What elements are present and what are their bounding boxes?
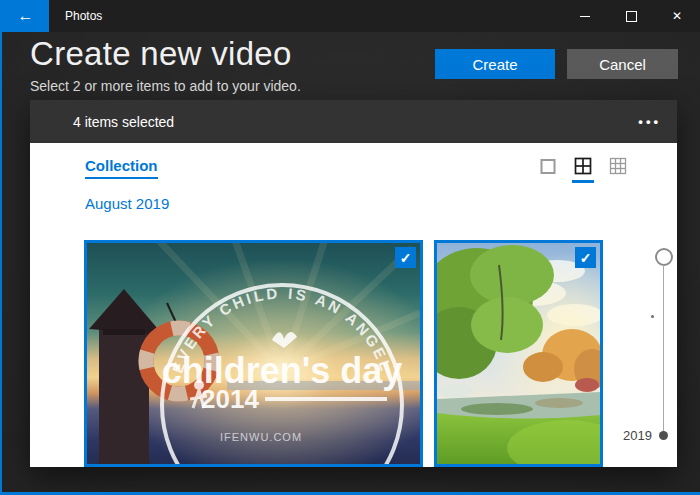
medium-grid-icon — [574, 157, 592, 175]
back-icon: ← — [18, 7, 34, 25]
check-icon: ✓ — [580, 250, 592, 266]
timeline-year-dot — [659, 431, 668, 440]
view-single-button[interactable] — [539, 157, 557, 175]
tab-collection[interactable]: Collection — [85, 157, 158, 179]
small-grid-icon — [609, 157, 627, 175]
page-title: Create new video — [30, 36, 292, 72]
selection-status: 4 items selected — [73, 114, 174, 130]
photos-window: ← Photos ✕ Create new video Select 2 or … — [0, 0, 700, 495]
titlebar: ← Photos ✕ — [2, 0, 700, 32]
beach-sunset-image: EVERY CHILD IS AN ANGEL children's day 2… — [87, 243, 420, 467]
photo-1-checkbox[interactable]: ✓ — [395, 247, 416, 268]
app-title: Photos — [65, 9, 102, 23]
view-small-grid-button[interactable] — [609, 157, 627, 175]
view-toggles — [539, 157, 627, 183]
more-icon: ••• — [638, 114, 661, 129]
close-icon: ✕ — [672, 9, 682, 23]
see-more-button[interactable]: ••• — [636, 110, 663, 133]
photo-2-checkbox[interactable]: ✓ — [575, 247, 596, 268]
dialog-content: Collection — [30, 143, 677, 467]
single-tile-icon — [539, 157, 557, 175]
photo-spring-park-pond[interactable]: ✓ — [434, 240, 603, 467]
stamp-site: IFENWU.COM — [220, 431, 302, 443]
maximize-button[interactable] — [608, 0, 654, 32]
maximize-icon — [626, 11, 637, 22]
timeline-month-dot — [651, 315, 654, 318]
view-medium-grid-button[interactable] — [572, 157, 594, 183]
minimize-icon — [580, 16, 590, 17]
cancel-button[interactable]: Cancel — [567, 49, 678, 79]
stamp-year: 2014 — [201, 384, 259, 414]
close-button[interactable]: ✕ — [654, 0, 700, 32]
selection-dialog: 4 items selected ••• Collection — [30, 100, 677, 467]
minimize-button[interactable] — [562, 0, 608, 32]
timeline-track[interactable] — [663, 265, 664, 436]
back-button[interactable]: ← — [2, 0, 49, 32]
photo-beach-childrens-day[interactable]: EVERY CHILD IS AN ANGEL children's day 2… — [84, 240, 423, 467]
page-subtitle: Select 2 or more items to add to your vi… — [30, 78, 301, 94]
spring-park-image — [437, 243, 600, 467]
check-icon: ✓ — [400, 250, 412, 266]
selection-bar: 4 items selected ••• — [30, 100, 677, 143]
window-controls: ✕ — [562, 0, 700, 32]
timeline-scroll-handle[interactable] — [655, 248, 673, 266]
timeline-year-label: 2019 — [614, 428, 652, 443]
group-title: August 2019 — [85, 195, 169, 212]
create-button[interactable]: Create — [435, 49, 555, 79]
active-view-underline — [572, 180, 594, 183]
